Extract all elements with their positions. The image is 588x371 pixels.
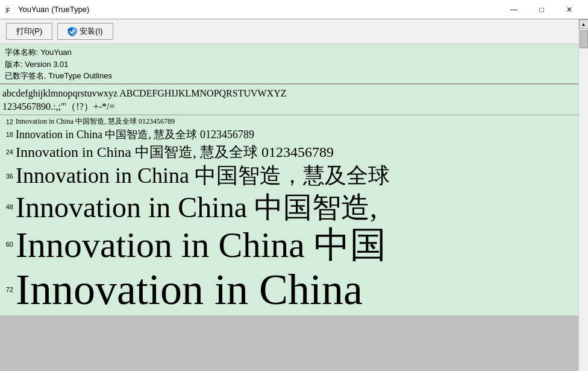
table-row: 12 Innovation in China 中国智造, 慧及全球 012345… xyxy=(0,116,588,127)
table-row: 18 Innovation in China 中国智造, 慧及全球 012345… xyxy=(0,127,588,142)
version-line: 版本: Version 3.01 xyxy=(5,59,583,71)
title-bar: F YouYuan (TrueType) — □ ✕ xyxy=(0,0,588,19)
alphabet-section: abcdefghijklmnopqrstuvwxyz ABCDEFGHIJKLM… xyxy=(0,84,588,116)
version-label: 版本: xyxy=(5,60,23,69)
minimize-button[interactable]: — xyxy=(500,0,528,19)
version-value: Version 3.01 xyxy=(25,60,68,69)
size-label-48: 48 xyxy=(0,204,13,211)
font-name-value: YouYuan xyxy=(40,48,72,57)
main-container: 打印(P) 安装(I) 字体名称: YouYuan 版本: Version 3.… xyxy=(0,19,588,371)
size-label-18: 18 xyxy=(0,132,13,138)
size-label-36: 36 xyxy=(0,173,13,180)
table-row: 36 Innovation in China 中国智造，慧及全球 xyxy=(0,162,588,189)
signature-line: 已数字签名, TrueType Outlines xyxy=(5,70,583,82)
table-row: 24 Innovation in China 中国智造, 慧及全球 012345… xyxy=(0,142,588,162)
sample-text-36: Innovation in China 中国智造，慧及全球 xyxy=(16,163,390,189)
install-label: 安装(I) xyxy=(80,26,102,37)
title-bar-left: F YouYuan (TrueType) xyxy=(5,5,89,14)
table-row: 48 Innovation in China 中国智造, xyxy=(0,190,588,224)
size-label-24: 24 xyxy=(0,149,13,156)
size-label-60: 60 xyxy=(0,241,13,248)
info-section: 字体名称: YouYuan 版本: Version 3.01 已数字签名, Tr… xyxy=(0,44,588,84)
window-title: YouYuan (TrueType) xyxy=(18,5,89,14)
scroll-up-button[interactable]: ▲ xyxy=(579,19,589,29)
sample-text-48: Innovation in China 中国智造, xyxy=(16,191,377,224)
close-button[interactable]: ✕ xyxy=(555,0,583,19)
alphabet-line-1: abcdefghijklmnopqrstuvwxyz ABCDEFGHIJKLM… xyxy=(2,87,586,100)
font-icon: F xyxy=(5,5,14,14)
title-bar-controls: — □ ✕ xyxy=(500,0,583,19)
scrollbar[interactable]: ▲ xyxy=(578,19,588,371)
table-row: 72 Innovation in China xyxy=(0,265,588,314)
sample-rows: 12 Innovation in China 中国智造, 慧及全球 012345… xyxy=(0,115,588,316)
font-name-line: 字体名称: YouYuan xyxy=(5,46,583,59)
svg-text:F: F xyxy=(6,7,10,14)
alphabet-line-2: 1234567890.:,;'"（!?）+-*/= xyxy=(2,100,586,113)
sample-text-72: Innovation in China xyxy=(16,266,363,314)
scroll-thumb[interactable] xyxy=(580,30,588,48)
table-row: 60 Innovation in China 中国 xyxy=(0,224,588,265)
toolbar: 打印(P) 安装(I) xyxy=(0,19,588,44)
size-label-72: 72 xyxy=(0,287,13,293)
install-button[interactable]: 安装(I) xyxy=(57,23,113,40)
sample-text-12: Innovation in China 中国智造, 慧及全球 012345678… xyxy=(16,117,175,127)
sample-text-24: Innovation in China 中国智造, 慧及全球 012345678… xyxy=(16,143,334,162)
shield-icon xyxy=(67,27,77,36)
sample-text-60: Innovation in China 中国 xyxy=(16,225,386,265)
print-button[interactable]: 打印(P) xyxy=(6,23,52,40)
maximize-button[interactable]: □ xyxy=(528,0,555,19)
size-label-12: 12 xyxy=(0,119,13,125)
font-name-label: 字体名称: xyxy=(5,48,39,57)
sample-text-18: Innovation in China 中国智造, 慧及全球 012345678… xyxy=(16,128,254,142)
